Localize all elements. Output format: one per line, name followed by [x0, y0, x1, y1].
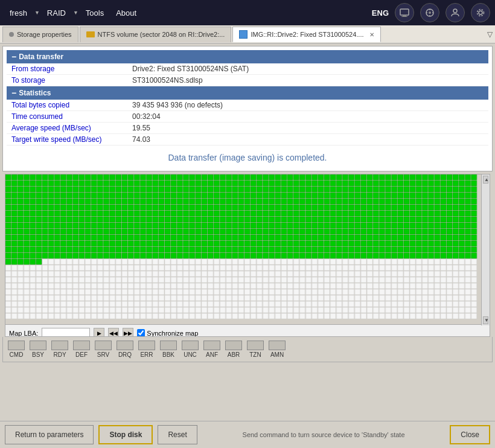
stat-label: Average speed (MB/sec)	[11, 124, 132, 132]
legend-label: SRV	[97, 351, 109, 358]
legend-block	[269, 341, 286, 350]
legend-block	[225, 341, 242, 350]
svg-rect-0	[400, 9, 409, 15]
scroll-down-arrow[interactable]: ▼	[483, 316, 488, 324]
legend-item-err: ERR	[138, 341, 155, 358]
folder-icon	[86, 31, 95, 37]
menu-tools[interactable]: Tools	[81, 6, 109, 20]
to-storage-label: To storage	[11, 76, 132, 85]
bottom-bar: Return to parameters Stop disk Reset Sen…	[0, 421, 495, 448]
menu-fresh[interactable]: fresh	[5, 6, 32, 20]
sync-map-checkbox-area[interactable]: Synchronize map	[137, 329, 198, 337]
to-storage-value: ST31000524NS.sdlsp	[132, 76, 203, 85]
data-transfer-title: Data transfer	[19, 53, 63, 61]
menubar-left: fresh ▼ RAID ▼ Tools About	[5, 6, 372, 20]
lba-label: Map LBA:	[9, 330, 38, 337]
legend-item-bsy: BSY	[30, 341, 46, 358]
map-canvas[interactable]	[5, 174, 490, 324]
svg-point-11	[477, 10, 484, 16]
svg-point-10	[479, 11, 482, 14]
data-transfer-header: − Data transfer	[7, 50, 488, 63]
tab-close-btn[interactable]: ✕	[369, 31, 374, 38]
user-icon-btn[interactable]	[446, 3, 465, 22]
status-message: Send command to turn source device to 'S…	[202, 431, 446, 438]
legend-label: BSY	[32, 351, 44, 358]
stat-label: Total bytes copied	[11, 101, 132, 109]
menubar-right: ENG	[372, 3, 490, 22]
stat-value: 74.03	[132, 135, 150, 144]
return-to-parameters-button[interactable]: Return to parameters	[5, 425, 94, 444]
legend-label: CMD	[10, 351, 24, 358]
tab-img[interactable]: IMG::RI::Drive2: Fixed ST31000524.... ✕	[232, 27, 380, 42]
menu-raid[interactable]: RAID	[42, 6, 71, 20]
legend-item-tzn: TZN	[247, 341, 264, 358]
legend-bar: CMDBSYRDYDEFSRVDRQERRBBKUNCANFABRTZNAMN	[2, 337, 493, 362]
legend-block	[138, 341, 155, 350]
stat-value: 39 435 943 936 (no defects)	[132, 101, 223, 109]
sync-checkbox[interactable]	[137, 329, 145, 337]
map-outer: ▲ ▼ Map LBA: ▶ ◀◀ ▶▶ Synchronize map	[2, 174, 493, 337]
to-storage-row: To storage ST31000524NS.sdlsp	[7, 75, 488, 86]
svg-point-4	[429, 11, 431, 14]
from-storage-label: From storage	[11, 65, 132, 73]
legend-item-drq: DRQ	[117, 341, 133, 358]
collapse-data-transfer[interactable]: −	[11, 52, 16, 62]
film-icon-btn[interactable]	[420, 3, 439, 22]
map-lba-bar: Map LBA: ▶ ◀◀ ▶▶ Synchronize map	[5, 324, 490, 337]
map-container: ▲ ▼ Map LBA: ▶ ◀◀ ▶▶ Synchronize map	[5, 174, 490, 337]
tab-img-label: IMG::RI::Drive2: Fixed ST31000524....	[251, 31, 363, 38]
scroll-up-arrow[interactable]: ▲	[483, 176, 488, 184]
gear-icon-btn[interactable]	[471, 3, 490, 22]
svg-point-9	[453, 9, 457, 13]
menubar: fresh ▼ RAID ▼ Tools About ENG	[0, 0, 495, 25]
legend-label: DEF	[75, 351, 88, 358]
from-storage-row: From storage Drive2: Fixed ST31000524NS …	[7, 63, 488, 75]
legend-item-bbk: BBK	[160, 341, 177, 358]
legend-block	[182, 341, 199, 350]
stat-label: Time consumed	[11, 112, 132, 121]
collapse-statistics[interactable]: −	[11, 88, 16, 98]
tab-storage-properties[interactable]: Storage properties	[2, 27, 78, 42]
legend-label: RDY	[53, 351, 66, 358]
legend-block	[30, 341, 46, 350]
tab-dot-storage	[9, 32, 14, 37]
legend-label: ABR	[228, 351, 240, 358]
menu-fresh-arrow: ▼	[34, 10, 40, 16]
legend-item-rdy: RDY	[51, 341, 68, 358]
tab-ntfs-volume[interactable]: NTFS volume (sector 2048 on RI::Drive2:.…	[80, 27, 232, 42]
img-icon	[239, 30, 248, 39]
tab-ntfs-label: NTFS volume (sector 2048 on RI::Drive2:.…	[98, 31, 225, 38]
completion-message: Data transfer (image saving) is complete…	[7, 146, 488, 167]
main-panel: − Data transfer From storage Drive2: Fix…	[2, 46, 493, 171]
map-scrollbar-vertical[interactable]: ▲ ▼	[481, 174, 490, 325]
from-storage-value: Drive2: Fixed ST31000524NS (SAT)	[132, 65, 249, 73]
legend-item-cmd: CMD	[8, 341, 25, 358]
stat-row: Total bytes copied39 435 943 936 (no def…	[7, 100, 488, 111]
legend-item-amn: AMN	[269, 341, 286, 358]
legend-item-unc: UNC	[182, 341, 199, 358]
lba-next-btn[interactable]: ▶▶	[123, 328, 133, 338]
close-button[interactable]: Close	[450, 425, 490, 444]
svg-rect-2	[401, 16, 407, 17]
stat-row: Target write speed (MB/sec)74.03	[7, 134, 488, 146]
legend-item-anf: ANF	[203, 341, 220, 358]
menu-about[interactable]: About	[111, 6, 141, 20]
legend-block	[95, 341, 112, 350]
tab-filter-icon[interactable]: ▽	[487, 30, 493, 39]
menu-raid-arrow: ▼	[73, 10, 78, 16]
legend-label: DRQ	[118, 351, 132, 358]
stat-label: Target write speed (MB/sec)	[11, 135, 132, 144]
stop-disk-button[interactable]: Stop disk	[98, 425, 153, 444]
lba-input[interactable]	[42, 328, 90, 338]
sync-label: Synchronize map	[147, 330, 198, 337]
statistics-title: Statistics	[19, 89, 51, 97]
legend-block	[8, 341, 25, 350]
tabs-bar: Storage properties NTFS volume (sector 2…	[0, 25, 495, 43]
lba-play-btn[interactable]: ▶	[94, 328, 104, 338]
legend-label: ANF	[206, 351, 218, 358]
reset-button[interactable]: Reset	[158, 425, 197, 444]
tab-storage-label: Storage properties	[17, 31, 72, 38]
statistics-header: − Statistics	[7, 86, 488, 100]
lba-prev-btn[interactable]: ◀◀	[108, 328, 119, 338]
monitor-icon-btn[interactable]	[395, 3, 414, 22]
